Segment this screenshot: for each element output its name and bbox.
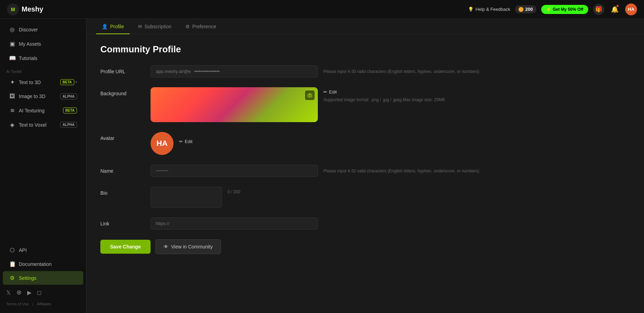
user-avatar-button[interactable]: HA (625, 3, 637, 15)
text3d-badge: BETA (60, 79, 74, 85)
name-control: Please input 4-32 valid characters (Engl… (151, 165, 630, 177)
notification-button[interactable]: 🔔 (609, 4, 620, 15)
profile-url-control: app.meshy.ai/@e Please input 4-30 valid … (151, 65, 630, 77)
topnav: M Meshy 💡 Help & Feedback 200 ⚡ Get My 5… (0, 0, 644, 19)
form-row-profile-url: Profile URL app.meshy.ai/@e Please input… (100, 65, 630, 77)
affiliates-link[interactable]: Affiliates (37, 302, 51, 306)
camera-icon (305, 90, 315, 100)
gift-icon: 🎁 (595, 6, 602, 13)
svg-text:M: M (11, 7, 15, 12)
link-label: Link (100, 217, 142, 226)
docs-icon: 📋 (9, 261, 15, 267)
preference-tab-icon: ⚙ (185, 24, 190, 29)
sidebar-item-text-to-voxel[interactable]: ◈ Text to Voxel ALPHA (3, 118, 83, 132)
bottom-actions: Save Change 👁 View in Community (100, 239, 630, 254)
twitter-icon[interactable]: 𝕏 (6, 289, 11, 296)
sidebar-item-my-assets[interactable]: ▣ My Assets (3, 37, 83, 51)
logo-icon: M (7, 3, 19, 15)
sidebar-bottom: ⬡ API 📋 Documentation ⚙ Settings 𝕏 ⊕ ▶ ◻… (0, 243, 86, 310)
texturing-badge: BETA (63, 107, 77, 113)
avatar-label: Avatar (100, 132, 142, 141)
body-layout: ◎ Discover ▣ My Assets 📖 Tutorials AI To… (0, 19, 644, 313)
edit-icon: ✏ (323, 89, 327, 95)
bio-control: 0 / 200 (151, 187, 630, 208)
bio-counter: 0 / 200 (228, 187, 240, 194)
background-upload-area[interactable] (151, 87, 318, 122)
discord-icon[interactable]: ⊕ (16, 289, 22, 296)
coin-area: 200 (515, 5, 536, 13)
form-row-name: Name Please input 4-32 valid characters … (100, 165, 630, 177)
form-row-link: Link (100, 217, 630, 230)
api-icon: ⬡ (9, 247, 15, 253)
form-row-bio: Bio 0 / 200 (100, 187, 630, 208)
sidebar-item-api[interactable]: ⬡ API (3, 243, 83, 257)
sidebar-item-ai-texturing[interactable]: ≋ AI Texturing BETA (3, 104, 83, 117)
bio-label: Bio (100, 187, 142, 196)
image3d-badge: ALPHA (60, 94, 77, 99)
help-icon: 💡 (468, 7, 474, 12)
discover-icon: ◎ (9, 26, 15, 33)
sidebar-item-settings[interactable]: ⚙ Settings (3, 271, 83, 285)
assets-icon: ▣ (9, 40, 15, 47)
gift-button[interactable]: 🎁 (593, 4, 604, 15)
profile-url-hint: Please input 4-30 valid characters (Engl… (323, 65, 480, 75)
avatar-edit-btn[interactable]: ✏ Edit (179, 132, 192, 144)
profile-url-prefix: app.meshy.ai/@e (151, 66, 194, 77)
background-edit-btn[interactable]: ✏ Edit (323, 89, 445, 95)
text3d-icon: ✦ (9, 79, 15, 85)
background-control: ✏ Edit Supported image format: .png / .j… (151, 87, 630, 122)
eye-icon: 👁 (163, 244, 168, 249)
sidebar-item-documentation[interactable]: 📋 Documentation (3, 257, 83, 271)
youtube-icon[interactable]: ▶ (27, 289, 31, 296)
logo-text: Meshy (22, 5, 43, 13)
avatar-control: HA ✏ Edit (151, 132, 630, 155)
sidebar-item-discover[interactable]: ◎ Discover (3, 23, 83, 36)
form-row-avatar: Avatar HA ✏ Edit (100, 132, 630, 155)
main-content: 👤 Profile ✉ Subscription ⚙ Preference Co… (86, 19, 644, 313)
ai-toolkit-label: AI Toolkit (0, 65, 86, 75)
background-format-hint: Supported image format: .png / .jpg / .j… (323, 97, 445, 103)
profile-url-input-wrap: app.meshy.ai/@e (151, 65, 318, 77)
topnav-right: 💡 Help & Feedback 200 ⚡ Get My 50% Off 🎁… (468, 3, 637, 15)
promo-button[interactable]: ⚡ Get My 50% Off (541, 5, 588, 14)
tab-subscription[interactable]: ✉ Subscription (132, 19, 177, 34)
sidebar: ◎ Discover ▣ My Assets 📖 Tutorials AI To… (0, 19, 86, 313)
subscription-tab-icon: ✉ (138, 24, 142, 29)
svg-point-3 (309, 95, 311, 97)
profile-tab-icon: 👤 (102, 24, 108, 29)
settings-icon: ⚙ (9, 275, 15, 281)
profile-url-input[interactable] (194, 66, 317, 77)
chevron-icon: ▾ (75, 80, 77, 84)
tab-preference[interactable]: ⚙ Preference (180, 19, 222, 34)
avatar-edit-icon: ✏ (179, 139, 183, 144)
page-title: Community Profile (100, 44, 630, 55)
save-button[interactable]: Save Change (100, 240, 151, 254)
background-gradient (151, 87, 318, 122)
avatar: HA (151, 132, 174, 155)
terms-link[interactable]: Terms of Use (6, 302, 29, 306)
voxel-badge: ALPHA (60, 122, 77, 128)
footer-separator: | (32, 302, 33, 306)
instagram-icon[interactable]: ◻ (37, 289, 41, 296)
name-label: Name (100, 165, 142, 174)
background-right-info: ✏ Edit Supported image format: .png / .j… (323, 87, 445, 103)
sidebar-item-image-to-3d[interactable]: 🖼 Image to 3D ALPHA (3, 90, 83, 103)
name-hint: Please input 4-32 valid characters (Engl… (323, 165, 480, 174)
background-label: Background (100, 87, 142, 96)
link-input[interactable] (151, 217, 318, 230)
coin-icon (519, 7, 523, 12)
tab-profile[interactable]: 👤 Profile (96, 19, 130, 34)
texturing-icon: ≋ (9, 107, 15, 114)
sidebar-item-text-to-3d[interactable]: ✦ Text to 3D BETA ▾ (3, 75, 83, 89)
social-links: 𝕏 ⊕ ▶ ◻ (0, 285, 86, 300)
lightning-icon: ⚡ (546, 7, 551, 12)
logo-area: M Meshy (7, 3, 91, 15)
tutorials-icon: 📖 (9, 55, 15, 61)
sidebar-item-tutorials[interactable]: 📖 Tutorials (3, 51, 83, 65)
tabs-bar: 👤 Profile ✉ Subscription ⚙ Preference (86, 19, 644, 34)
voxel-icon: ◈ (9, 121, 15, 128)
name-input[interactable] (151, 165, 318, 177)
bio-input[interactable] (151, 187, 222, 208)
view-community-button[interactable]: 👁 View in Community (155, 239, 221, 254)
help-feedback-btn[interactable]: 💡 Help & Feedback (468, 7, 511, 12)
